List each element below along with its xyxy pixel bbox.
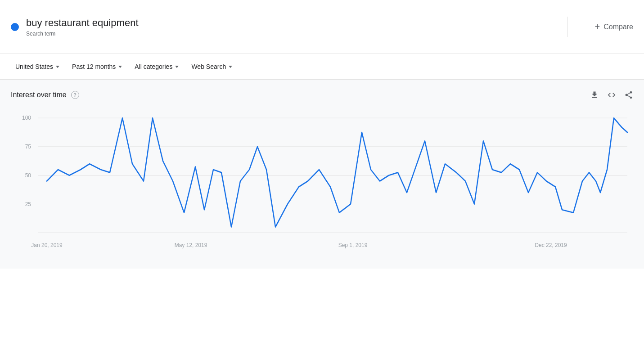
compare-label: Compare [603, 23, 633, 31]
filter-bar: United States Past 12 months All categor… [0, 54, 644, 80]
svg-text:75: 75 [25, 144, 31, 150]
term-color-dot [11, 23, 19, 31]
help-icon[interactable]: ? [71, 91, 79, 99]
region-chevron-icon [56, 66, 59, 68]
svg-text:50: 50 [25, 172, 31, 179]
chart-header: Interest over time ? [11, 90, 633, 99]
download-button[interactable] [590, 90, 599, 99]
search-term-block: buy restaurant equipment Search term [11, 17, 568, 37]
svg-text:May 12, 2019: May 12, 2019 [175, 242, 207, 248]
region-label: United States [15, 63, 53, 70]
chart-title-group: Interest over time ? [11, 91, 79, 99]
embed-button[interactable] [607, 90, 616, 99]
compare-button[interactable]: + Compare [568, 22, 634, 32]
chart-title: Interest over time [11, 91, 67, 99]
chart-actions [590, 90, 633, 99]
search-term-name: buy restaurant equipment [26, 17, 139, 30]
region-dropdown[interactable]: United States [11, 60, 64, 73]
category-label: All categories [135, 63, 172, 70]
period-label: Past 12 months [72, 63, 116, 70]
category-dropdown[interactable]: All categories [130, 60, 183, 73]
search-type-label: Web Search [191, 63, 226, 70]
period-chevron-icon [118, 66, 122, 68]
category-chevron-icon [175, 66, 179, 68]
chart-section: Interest over time ? [0, 80, 644, 269]
svg-text:Sep 1, 2019: Sep 1, 2019 [338, 242, 368, 248]
header-section: buy restaurant equipment Search term + C… [0, 0, 644, 54]
search-type-chevron-icon [229, 66, 232, 68]
trend-line [47, 118, 627, 227]
svg-text:Jan 20, 2019: Jan 20, 2019 [31, 242, 62, 248]
period-dropdown[interactable]: Past 12 months [68, 60, 126, 73]
share-button[interactable] [624, 90, 633, 99]
chart-wrapper: 100 75 50 25 Jan 20, 2019 May 12, 2019 S… [11, 108, 633, 263]
term-text-block: buy restaurant equipment Search term [26, 17, 139, 37]
svg-text:25: 25 [25, 201, 31, 207]
svg-text:Dec 22, 2019: Dec 22, 2019 [535, 242, 567, 248]
compare-plus-icon: + [595, 22, 600, 32]
svg-text:100: 100 [22, 115, 31, 121]
search-term-label: Search term [26, 31, 139, 37]
search-type-dropdown[interactable]: Web Search [187, 60, 237, 73]
interest-over-time-chart: 100 75 50 25 Jan 20, 2019 May 12, 2019 S… [11, 108, 633, 261]
